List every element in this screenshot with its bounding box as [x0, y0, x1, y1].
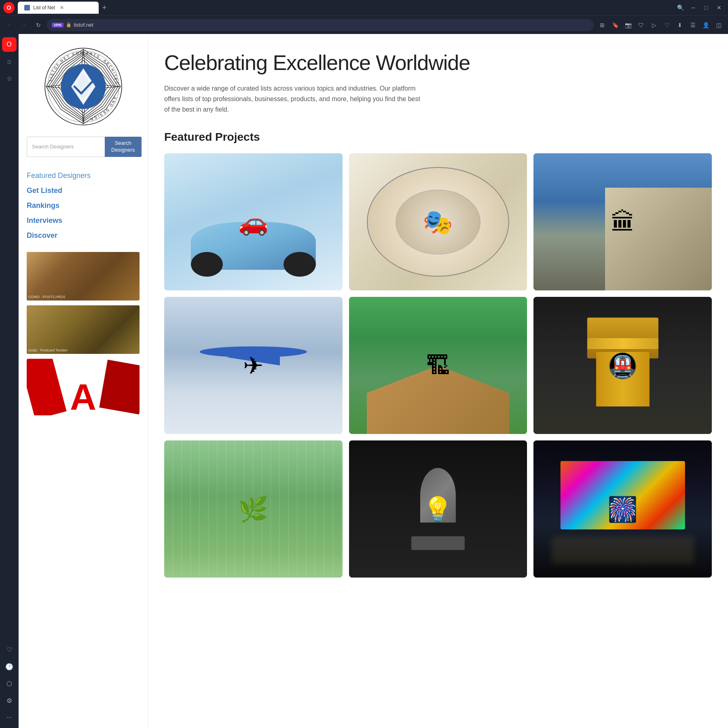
- sidebar-home-icon[interactable]: O: [2, 37, 17, 52]
- sidebar-cube-icon[interactable]: ⬡: [2, 676, 17, 691]
- sidebar-star-icon[interactable]: ☆: [2, 71, 17, 86]
- opera-logo-icon[interactable]: [3, 2, 15, 13]
- sidebar-home2-icon[interactable]: ⌂: [2, 54, 17, 69]
- shield-icon[interactable]: 🛡: [635, 19, 647, 31]
- sidebar-heart-icon[interactable]: ♡: [2, 642, 17, 657]
- sidebar-settings-icon[interactable]: ⚙: [2, 693, 17, 708]
- sidebar-images: COMO · POSTCARDS Gratz · Postcard Torste…: [27, 252, 140, 415]
- extensions-icon[interactable]: ◫: [713, 19, 725, 31]
- search-row: SearchDesigners: [27, 137, 140, 157]
- project-card-plane[interactable]: [164, 297, 343, 434]
- vpn-badge: VPN: [52, 23, 63, 28]
- minimize-button[interactable]: ─: [688, 2, 699, 13]
- tab-title: List of Net: [33, 5, 55, 11]
- tab-favicon: [24, 5, 30, 11]
- address-text: listof.net: [74, 22, 589, 28]
- interviews-link[interactable]: Interviews: [27, 214, 140, 227]
- projects-grid: [164, 153, 712, 578]
- lock-icon: 🔒: [66, 22, 72, 28]
- sidebar-clock-icon[interactable]: 🕐: [2, 659, 17, 674]
- play-icon[interactable]: ▷: [648, 19, 660, 31]
- address-bar: ← → ↻ VPN 🔒 listof.net ⊞ 🔖 📷 🛡 ▷ ♡ ⬇ ☰ 👤…: [0, 15, 728, 34]
- sidebar-image-1: COMO · POSTCARDS: [27, 252, 140, 301]
- split-view-icon[interactable]: ⊞: [596, 19, 608, 31]
- sidebar-more-icon[interactable]: ···: [2, 710, 17, 725]
- title-bar: List of Net ✕ + 🔍 ─ □ ✕: [0, 0, 728, 15]
- maximize-button[interactable]: □: [700, 2, 712, 13]
- download-icon[interactable]: ⬇: [674, 19, 686, 31]
- close-button[interactable]: ✕: [713, 2, 725, 13]
- active-tab[interactable]: List of Net ✕: [18, 2, 99, 14]
- rankings-link[interactable]: Rankings: [27, 199, 140, 212]
- project-card-billboard[interactable]: [533, 440, 712, 578]
- site-logo: LISTOF.NET FOR ARTS, ARCHITECTURE AND DE…: [43, 46, 124, 127]
- nav-links: Featured Designers Get Listed Rankings I…: [27, 169, 140, 242]
- sidebar-image-3: A: [27, 359, 140, 415]
- opera-sidebar: O ⌂ ☆ ♡ 🕐 ⬡ ⚙ ···: [0, 34, 19, 728]
- project-card-greenhouse[interactable]: [164, 440, 343, 578]
- sidebar-bottom: ♡ 🕐 ⬡ ⚙ ···: [2, 642, 17, 725]
- project-card-tunnel[interactable]: [533, 297, 712, 434]
- tab-close-icon[interactable]: ✕: [60, 5, 64, 11]
- project-card-car[interactable]: [164, 153, 343, 290]
- sidebar-image-1-caption: COMO · POSTCARDS: [28, 295, 66, 299]
- toolbar-icons: ⊞ 🔖 📷 🛡 ▷ ♡ ⬇ ☰ 👤 ◫: [596, 19, 725, 31]
- search-designers-button[interactable]: SearchDesigners: [105, 137, 142, 157]
- bookmarks-icon[interactable]: 🔖: [609, 19, 621, 31]
- get-listed-link[interactable]: Get Listed: [27, 184, 140, 197]
- featured-designers-link[interactable]: Featured Designers: [27, 169, 140, 182]
- page-layout: LISTOF.NET FOR ARTS, ARCHITECTURE AND DE…: [19, 34, 728, 728]
- window-controls: 🔍 ─ □ ✕: [675, 2, 725, 13]
- account-icon[interactable]: 👤: [700, 19, 712, 31]
- left-panel: LISTOF.NET FOR ARTS, ARCHITECTURE AND DE…: [19, 34, 148, 728]
- featured-projects-title: Featured Projects: [164, 131, 712, 144]
- reader-mode-icon[interactable]: ☰: [687, 19, 699, 31]
- sidebar-image-2: Gratz · Postcard Torsten: [27, 305, 140, 354]
- browser-frame: List of Net ✕ + 🔍 ─ □ ✕ ← → ↻ VPN 🔒 list…: [0, 0, 728, 728]
- right-panel: Celebrating Excellence Worldwide Discove…: [148, 34, 728, 728]
- sidebar-image-2-caption: Gratz · Postcard Torsten: [28, 348, 68, 352]
- back-button[interactable]: ←: [3, 19, 15, 31]
- hero-title: Celebrating Excellence Worldwide: [164, 50, 712, 75]
- discover-link[interactable]: Discover: [27, 229, 140, 242]
- tab-bar: List of Net ✕ +: [18, 2, 673, 14]
- designer-search-input[interactable]: [27, 137, 105, 157]
- forward-button[interactable]: →: [18, 19, 30, 31]
- address-bar-input[interactable]: VPN 🔒 listof.net: [47, 19, 594, 31]
- hero-description: Discover a wide range of curated lists a…: [164, 83, 423, 114]
- search-button[interactable]: 🔍: [675, 2, 686, 13]
- heart-icon[interactable]: ♡: [661, 19, 673, 31]
- project-card-lamp[interactable]: [349, 440, 527, 578]
- main-area: O ⌂ ☆ ♡ 🕐 ⬡ ⚙ ···: [0, 34, 728, 728]
- webpage: LISTOF.NET FOR ARTS, ARCHITECTURE AND DE…: [19, 34, 728, 728]
- project-card-pavilion[interactable]: [349, 297, 527, 434]
- project-card-decor[interactable]: [349, 153, 527, 290]
- camera-icon[interactable]: 📷: [622, 19, 634, 31]
- new-tab-button[interactable]: +: [99, 2, 110, 13]
- refresh-button[interactable]: ↻: [32, 19, 44, 31]
- project-card-building[interactable]: [533, 153, 712, 290]
